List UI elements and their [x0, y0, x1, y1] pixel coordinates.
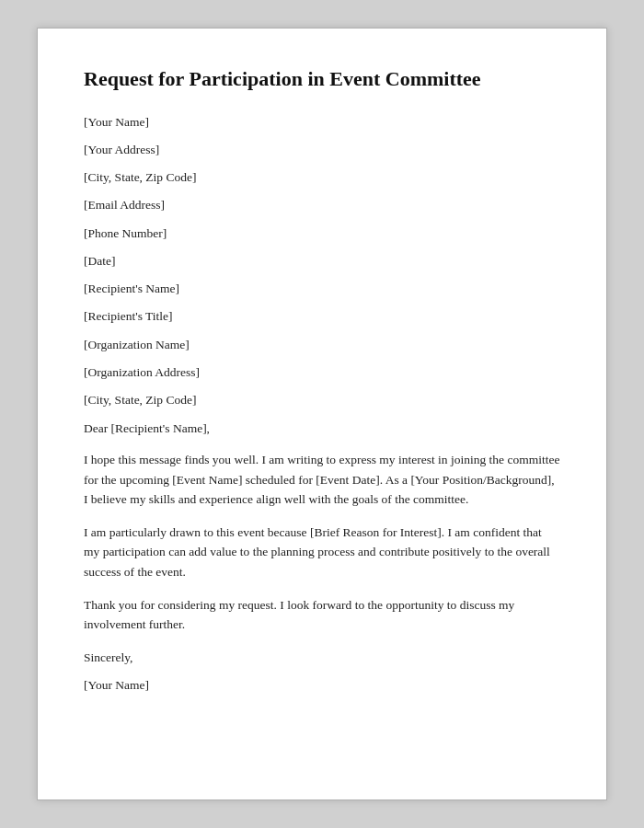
recipient-title: [Recipient's Title] [84, 307, 560, 326]
sender-email: [Email Address] [84, 196, 560, 214]
recipient-name: [Recipient's Name] [84, 280, 560, 298]
date: [Date] [84, 252, 560, 270]
recipient-city-state-zip: [City, State, Zip Code] [84, 391, 560, 409]
document-page: Request for Participation in Event Commi… [37, 28, 607, 800]
salutation: Dear [Recipient's Name], [84, 419, 560, 439]
sender-name: [Your Name] [84, 113, 560, 132]
sender-address: [Your Address] [84, 141, 560, 159]
paragraph-3: Thank you for considering my request. I … [84, 595, 560, 635]
recipient-org-address: [Organization Address] [84, 363, 560, 382]
closing: Sincerely, [84, 648, 560, 668]
signature: [Your Name] [84, 676, 560, 695]
document-title: Request for Participation in Event Commi… [84, 65, 560, 93]
sender-city-state-zip: [City, State, Zip Code] [84, 168, 560, 187]
sender-phone: [Phone Number] [84, 224, 560, 243]
recipient-organization: [Organization Name] [84, 336, 560, 354]
paragraph-2: I am particularly drawn to this event be… [84, 523, 560, 582]
paragraph-1: I hope this message finds you well. I am… [84, 450, 560, 510]
